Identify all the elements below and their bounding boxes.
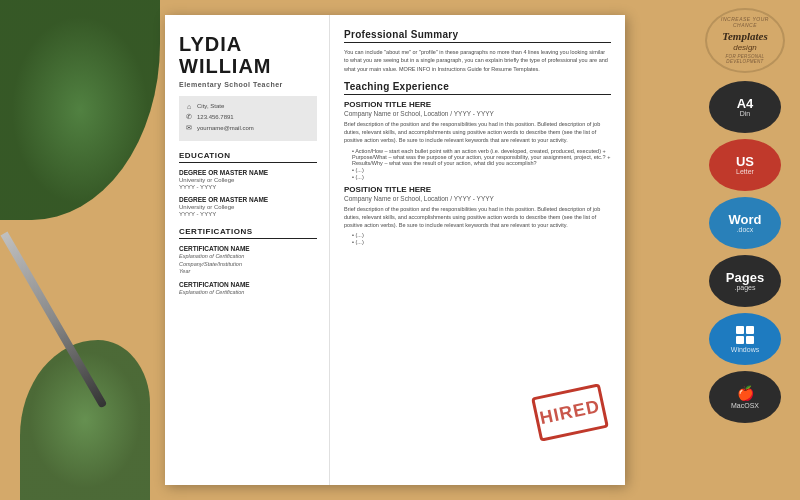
degree-2-year: YYYY - YYYY — [179, 211, 317, 217]
format-windows-label: Windows — [731, 346, 759, 353]
summary-text: You can include "about me" or "profile" … — [344, 48, 611, 73]
templates-brand: Templates — [709, 29, 781, 43]
hired-text: HIRED — [538, 396, 602, 429]
templates-design-label: design — [709, 43, 781, 53]
name-section: LYDIA WILLIAM Elementary School Teacher — [179, 33, 317, 88]
certifications-section: Certifications CERTIFICATION NAME Explan… — [179, 227, 317, 297]
templates-badge: INCREASE YOUR CHANCE Templates design FO… — [705, 8, 785, 73]
position-1-company: Company Name or School, Location / YYYY … — [344, 110, 611, 117]
format-pages-label: Pages — [726, 271, 764, 284]
position-2-title: POSITION TITLE HERE — [344, 185, 611, 194]
education-section: Education DEGREE OR MASTER NAME Universi… — [179, 151, 317, 217]
apple-icon: 🍎 — [737, 385, 754, 401]
contact-box: ⌂ City, State ✆ 123.456.7891 ✉ yourname@… — [179, 96, 317, 141]
contact-phone: ✆ 123.456.7891 — [185, 113, 311, 121]
first-name: LYDIA — [179, 33, 317, 55]
last-name: WILLIAM — [179, 55, 317, 77]
format-us-label: US — [736, 155, 754, 168]
templates-tagline2: FOR PERSONAL DEVELOPMENT — [709, 54, 781, 66]
cert-1-name: CERTIFICATION NAME — [179, 245, 317, 252]
degree-1-school: University or College — [179, 177, 317, 183]
certifications-title: Certifications — [179, 227, 317, 239]
format-windows-button[interactable]: Windows — [709, 313, 781, 365]
cert-2-explanation: Explanation of Certification — [179, 289, 317, 297]
format-word-button[interactable]: Word .docx — [709, 197, 781, 249]
format-word-label: Word — [729, 213, 762, 226]
position-1-bullet-1: (...) — [352, 167, 611, 173]
position-1-desc: Brief description of the position and th… — [344, 120, 611, 145]
hired-stamp: HIRED — [531, 383, 609, 442]
format-a4-label: A4 — [737, 97, 754, 110]
resume-right-panel: Professional Summary You can include "ab… — [330, 15, 625, 485]
cert-2-name: CERTIFICATION NAME — [179, 281, 317, 288]
email-icon: ✉ — [185, 124, 193, 132]
plant-decoration-bottom — [20, 340, 150, 500]
format-word-sub: .docx — [737, 226, 754, 233]
position-2-desc: Brief description of the position and th… — [344, 205, 611, 230]
degree-1-year: YYYY - YYYY — [179, 184, 317, 190]
job-title: Elementary School Teacher — [179, 81, 317, 88]
position-1-bullet-2: (...) — [352, 174, 611, 180]
format-us-button[interactable]: US Letter — [709, 139, 781, 191]
phone-icon: ✆ — [185, 113, 193, 121]
format-mac-label: MacOSX — [731, 402, 759, 409]
position-1-title: POSITION TITLE HERE — [344, 100, 611, 109]
windows-icon — [736, 326, 754, 344]
position-2-bullet-1: (...) — [352, 232, 611, 238]
degree-2-school: University or College — [179, 204, 317, 210]
cert-1-institution: Company/State/Institution — [179, 261, 317, 269]
templates-tagline: INCREASE YOUR CHANCE — [709, 16, 781, 29]
plant-decoration-top — [0, 0, 160, 220]
experience-title: Teaching Experience — [344, 81, 611, 95]
position-2-bullet-2: (...) — [352, 239, 611, 245]
format-a4-sub: Din — [740, 110, 751, 117]
location-icon: ⌂ — [185, 102, 193, 110]
format-us-sub: Letter — [736, 168, 754, 175]
resume-left-panel: LYDIA WILLIAM Elementary School Teacher … — [165, 15, 330, 485]
summary-title: Professional Summary — [344, 29, 611, 43]
format-a4-button[interactable]: A4 Din — [709, 81, 781, 133]
cert-1-year: Year — [179, 268, 317, 276]
position-2-company: Company Name or School, Location / YYYY … — [344, 195, 611, 202]
format-mac-button[interactable]: 🍎 MacOSX — [709, 371, 781, 423]
format-pages-button[interactable]: Pages .pages — [709, 255, 781, 307]
format-pages-sub: .pages — [734, 284, 755, 291]
position-1-action-bullet: Action/How – start each bullet point wit… — [352, 148, 611, 166]
contact-location: ⌂ City, State — [185, 102, 311, 110]
degree-2-name: DEGREE OR MASTER NAME — [179, 196, 317, 203]
contact-email: ✉ yourname@mail.com — [185, 124, 311, 132]
resume-paper: LYDIA WILLIAM Elementary School Teacher … — [165, 15, 625, 485]
cert-1-explanation: Explanation of Certification — [179, 253, 317, 261]
right-panel: INCREASE YOUR CHANCE Templates design FO… — [690, 0, 800, 500]
degree-1-name: DEGREE OR MASTER NAME — [179, 169, 317, 176]
education-title: Education — [179, 151, 317, 163]
